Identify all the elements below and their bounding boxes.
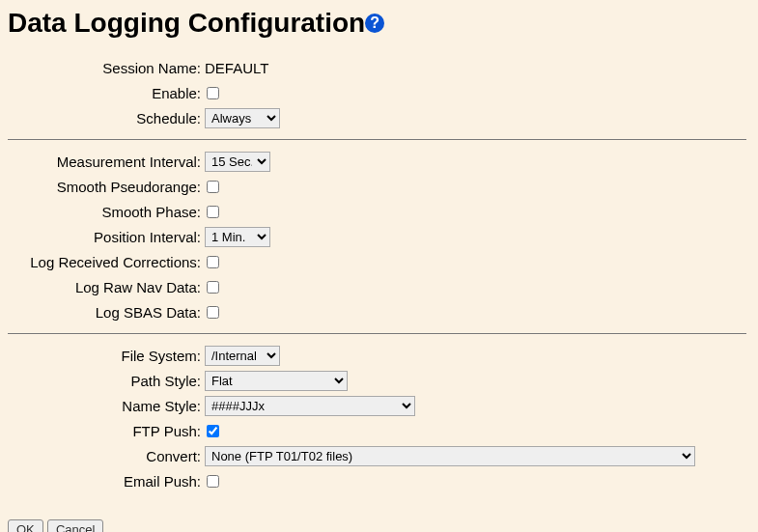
measurement-interval-select[interactable]: 15 Sec. [205, 152, 270, 172]
help-icon[interactable]: ? [365, 14, 384, 33]
divider-2 [8, 333, 746, 334]
name-style-select[interactable]: ####JJJx [205, 396, 415, 416]
position-interval-label: Position Interval: [8, 229, 205, 245]
ok-button[interactable]: OK [8, 519, 43, 532]
enable-label: Enable: [8, 85, 205, 101]
file-system-label: File System: [8, 348, 205, 364]
email-push-checkbox[interactable] [207, 475, 219, 488]
log-raw-nav-checkbox[interactable] [207, 281, 219, 294]
log-raw-nav-label: Log Raw Nav Data: [8, 279, 205, 295]
file-system-select[interactable]: /Internal [205, 346, 280, 366]
schedule-select[interactable]: Always [205, 108, 280, 128]
smooth-pseudorange-label: Smooth Pseudorange: [8, 179, 205, 195]
page-title-text: Data Logging Configuration [8, 8, 365, 38]
log-received-corrections-checkbox[interactable] [207, 256, 219, 268]
smooth-phase-checkbox[interactable] [207, 206, 219, 218]
ftp-push-checkbox[interactable] [207, 425, 219, 437]
page-title: Data Logging Configuration? [8, 8, 750, 39]
path-style-label: Path Style: [8, 373, 205, 389]
enable-checkbox[interactable] [207, 87, 219, 99]
path-style-select[interactable]: Flat [205, 371, 348, 391]
convert-select[interactable]: None (FTP T01/T02 files) [205, 446, 695, 466]
session-name-label: Session Name: [8, 60, 205, 76]
cancel-button[interactable]: Cancel [47, 519, 103, 532]
position-interval-select[interactable]: 1 Min. [205, 227, 270, 247]
ftp-push-label: FTP Push: [8, 423, 205, 439]
name-style-label: Name Style: [8, 398, 205, 414]
session-name-value: DEFAULT [205, 60, 268, 76]
smooth-pseudorange-checkbox[interactable] [207, 181, 219, 193]
log-sbas-label: Log SBAS Data: [8, 304, 205, 321]
measurement-interval-label: Measurement Interval: [8, 154, 205, 170]
log-sbas-checkbox[interactable] [207, 306, 219, 319]
email-push-label: Email Push: [8, 473, 205, 490]
divider-1 [8, 139, 746, 140]
schedule-label: Schedule: [8, 110, 205, 126]
log-received-corrections-label: Log Received Corrections: [8, 254, 205, 270]
convert-label: Convert: [8, 448, 205, 464]
smooth-phase-label: Smooth Phase: [8, 204, 205, 220]
